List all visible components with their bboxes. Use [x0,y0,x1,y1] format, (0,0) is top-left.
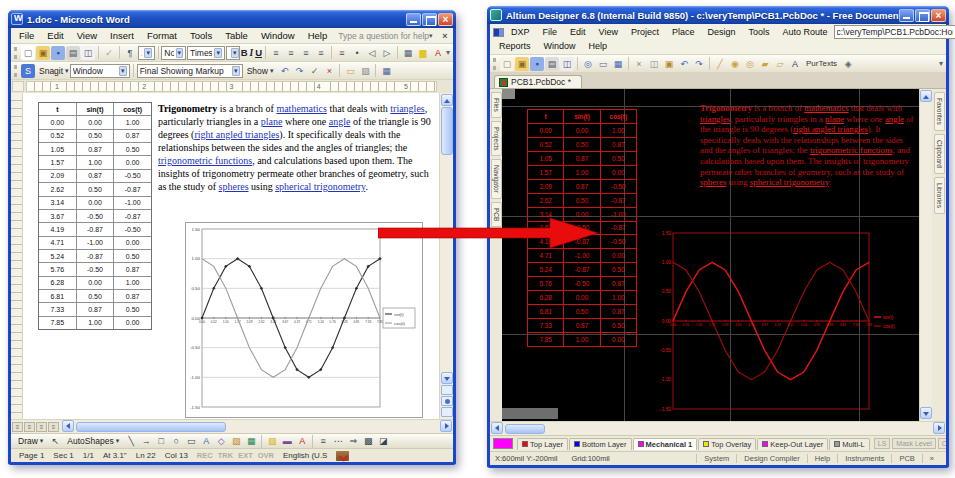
style-select[interactable]: Normal [161,46,186,60]
hyperlink[interactable]: angle [885,114,904,124]
reviewing-pane-icon[interactable]: ▦ [379,64,393,78]
previous-change-icon[interactable]: ↶ [277,64,291,78]
layer-tab-keep-out-layer[interactable]: Keep-Out Layer [757,438,828,450]
place-polygon-icon[interactable]: ▰ [758,57,772,71]
highlight-icon[interactable]: ▆ [416,46,430,60]
hyperlink[interactable]: right angled triangles [793,124,868,134]
next-page-button[interactable] [441,407,453,417]
toolbar-grip[interactable] [14,47,17,59]
draw-menu-button[interactable]: Draw [15,436,46,446]
zoom-select[interactable]: 128% [138,46,155,60]
save-icon[interactable]: ▪ [51,46,65,60]
vertical-scrollbar[interactable] [439,93,453,419]
menu-item[interactable]: File [13,29,40,42]
scroll-left-icon[interactable] [62,420,74,432]
maximize-button[interactable] [915,9,930,22]
left-panel-tab[interactable]: Files [491,92,502,118]
rectangle-icon[interactable]: □ [154,434,168,448]
hscrollbar-thumb[interactable] [505,424,545,434]
open-icon[interactable]: ▣ [515,57,529,71]
hyperlink[interactable]: trigonometric functions [158,155,252,166]
paste-icon[interactable]: ▣ [662,57,676,71]
status-panel-button[interactable]: » [922,454,941,463]
next-change-icon[interactable]: ↷ [292,64,306,78]
ask-question-box[interactable]: Type a question for help [338,31,429,41]
right-panel-tab[interactable]: Libraries [934,177,945,214]
scroll-right-icon[interactable] [440,420,452,432]
menu-item[interactable]: View [71,29,103,42]
print-icon[interactable]: ▤ [66,46,80,60]
close-document-icon[interactable] [439,31,451,41]
clipart-icon[interactable]: ▧ [229,434,243,448]
font-size-select[interactable]: 12 [226,46,240,60]
redo-icon[interactable]: ↷ [692,57,706,71]
chevron-down-icon[interactable] [429,32,439,40]
menu-item[interactable]: Help [302,29,334,42]
decrease-indent-icon[interactable]: ◁ [365,46,379,60]
undo-icon[interactable]: ↶ [677,57,691,71]
layer-tab-top-overlay[interactable]: Top Overlay [698,438,756,450]
snagit-icon[interactable]: S [21,64,35,78]
status-panel-button[interactable]: System [696,454,736,463]
menu-item[interactable]: Window [255,29,301,42]
word-titlebar[interactable]: 1.doc - Microsoft Word [8,10,456,28]
horizontal-ruler[interactable]: 12345 [26,81,437,92]
underline-button[interactable]: U [255,46,262,60]
vertical-ruler[interactable] [11,93,23,419]
print-preview-icon[interactable]: ◫ [81,46,95,60]
menu-item[interactable]: File [537,26,564,38]
sin-cos-chart[interactable]: 1.501.000.500.00-0.50-1.00-1.500.000.521… [185,222,423,418]
save-icon[interactable]: ▪ [530,57,544,71]
select-browse-object-button[interactable] [441,396,453,406]
show-menu-button[interactable]: Show [244,66,277,76]
hyperlink[interactable]: plane [825,114,844,124]
shadow-icon[interactable]: ▩ [361,434,375,448]
menu-item[interactable]: Design [701,26,741,38]
line-color-icon[interactable]: ▬ [280,434,294,448]
toolbar-grip[interactable] [493,58,496,70]
align-right-icon[interactable]: ≡ [299,46,313,60]
zoom-area-icon[interactable]: ▭ [596,57,610,71]
scroll-up-icon[interactable] [441,94,453,106]
justify-icon[interactable]: ≡ [314,46,328,60]
canvas-vertical-scrollbar[interactable] [919,89,932,421]
spelling-icon[interactable]: ✓ [102,46,116,60]
align-center-icon[interactable]: ≡ [284,46,298,60]
print-layout-button[interactable] [36,422,47,432]
menu-item[interactable]: Auto Route [776,26,833,38]
borders-icon[interactable]: ▦ [401,46,415,60]
print-preview-icon[interactable]: ◫ [560,57,574,71]
scroll-up-icon[interactable] [920,90,932,102]
hyperlink[interactable]: plane [261,116,283,127]
status-flag[interactable]: REC [197,451,213,460]
layer-button[interactable]: Clear [938,438,946,449]
horizontal-scrollbar[interactable] [11,419,453,433]
fit-board-icon[interactable]: ▦ [611,57,625,71]
scroll-right-icon[interactable] [933,422,945,434]
cut-icon[interactable]: × [632,57,646,71]
snagit-profile-select[interactable]: Window [70,64,130,78]
layer-tab-multi-l[interactable]: Multi-L [829,438,870,450]
status-flag[interactable]: TRK [218,451,233,460]
toolbar-options-icon[interactable] [939,59,943,68]
comment-icon[interactable]: ▭ [343,64,357,78]
document-page[interactable]: tsin(t)cos(t)0.000.001.000.520.500.871.0… [23,93,439,419]
right-panel-tab[interactable]: Clipboard [934,134,945,174]
arrow-style-icon[interactable]: ⇒ [346,434,360,448]
fill-color-icon[interactable]: ▨ [265,434,279,448]
font-color-icon[interactable]: A [295,434,309,448]
status-panel-button[interactable]: PCB [891,454,921,463]
textbox-icon[interactable]: ▭ [184,434,198,448]
minimize-button[interactable] [899,9,914,22]
italic-button[interactable]: I [249,46,254,60]
print-icon[interactable]: ▤ [545,57,559,71]
menu-item[interactable]: Tools [184,29,218,42]
formatting-marks-icon[interactable]: ¶ [123,46,137,60]
status-panel-button[interactable]: Design Compiler [736,454,806,463]
menu-item[interactable]: Format [141,29,183,42]
trig-table[interactable]: tsin(t)cos(t)0.000.001.000.520.500.871.0… [38,102,152,330]
line-icon[interactable]: ╲ [124,434,138,448]
tab-selector[interactable] [12,81,24,92]
zoom-in-icon[interactable]: ◎ [581,57,595,71]
threed-icon[interactable]: ◪ [376,434,390,448]
